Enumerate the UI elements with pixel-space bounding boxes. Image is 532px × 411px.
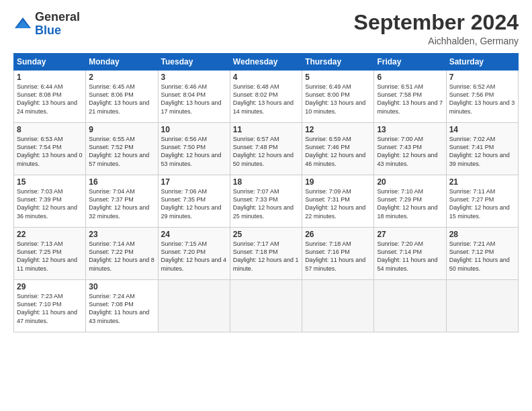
day-number: 15 (17, 177, 83, 187)
day-number: 18 (233, 177, 299, 187)
day-cell: 27Sunrise: 7:20 AM Sunset: 7:14 PM Dayli… (374, 228, 446, 280)
cell-details: Sunrise: 6:49 AM Sunset: 8:00 PM Dayligh… (305, 83, 371, 116)
day-number: 9 (89, 125, 154, 134)
header-row: SundayMondayTuesdayWednesdayThursdayFrid… (14, 54, 519, 71)
day-number: 11 (233, 125, 299, 134)
cell-details: Sunrise: 7:07 AM Sunset: 7:33 PM Dayligh… (233, 187, 299, 220)
cell-details: Sunrise: 7:11 AM Sunset: 7:27 PM Dayligh… (449, 187, 515, 220)
day-cell (302, 280, 374, 332)
day-number: 7 (449, 73, 515, 82)
day-cell: 25Sunrise: 7:17 AM Sunset: 7:18 PM Dayli… (230, 228, 302, 280)
day-number: 17 (161, 177, 227, 187)
cell-details: Sunrise: 6:52 AM Sunset: 7:56 PM Dayligh… (449, 83, 515, 116)
day-number: 2 (89, 73, 154, 82)
cell-details: Sunrise: 6:55 AM Sunset: 7:52 PM Dayligh… (89, 135, 154, 168)
day-cell: 18Sunrise: 7:07 AM Sunset: 7:33 PM Dayli… (230, 175, 302, 228)
week-row-2: 8Sunrise: 6:53 AM Sunset: 7:54 PM Daylig… (14, 123, 519, 175)
day-cell: 16Sunrise: 7:04 AM Sunset: 7:37 PM Dayli… (86, 175, 158, 228)
col-header-saturday: Saturday (446, 54, 518, 71)
cell-details: Sunrise: 6:57 AM Sunset: 7:48 PM Dayligh… (233, 135, 299, 168)
cell-details: Sunrise: 7:23 AM Sunset: 7:10 PM Dayligh… (17, 292, 83, 325)
cell-details: Sunrise: 6:56 AM Sunset: 7:50 PM Dayligh… (161, 135, 227, 168)
cell-details: Sunrise: 6:48 AM Sunset: 8:02 PM Dayligh… (233, 83, 299, 116)
week-row-5: 29Sunrise: 7:23 AM Sunset: 7:10 PM Dayli… (14, 280, 519, 332)
logo: General Blue (13, 11, 80, 38)
day-cell: 9Sunrise: 6:55 AM Sunset: 7:52 PM Daylig… (86, 123, 158, 175)
cell-details: Sunrise: 7:02 AM Sunset: 7:41 PM Dayligh… (449, 135, 515, 168)
day-cell: 23Sunrise: 7:14 AM Sunset: 7:22 PM Dayli… (86, 228, 158, 280)
day-cell: 3Sunrise: 6:46 AM Sunset: 8:04 PM Daylig… (158, 71, 230, 123)
calendar-page: General Blue September 2024 Aichhalden, … (0, 0, 532, 411)
col-header-sunday: Sunday (14, 54, 86, 71)
day-number: 6 (377, 73, 443, 82)
day-cell: 8Sunrise: 6:53 AM Sunset: 7:54 PM Daylig… (14, 123, 86, 175)
day-cell (446, 280, 518, 332)
cell-details: Sunrise: 7:14 AM Sunset: 7:22 PM Dayligh… (89, 240, 154, 273)
cell-details: Sunrise: 6:59 AM Sunset: 7:46 PM Dayligh… (305, 135, 371, 168)
day-number: 5 (305, 73, 371, 82)
col-header-friday: Friday (374, 54, 446, 71)
header: General Blue September 2024 Aichhalden, … (13, 11, 519, 46)
day-number: 12 (305, 125, 371, 134)
cell-details: Sunrise: 7:18 AM Sunset: 7:16 PM Dayligh… (305, 240, 371, 273)
day-number: 26 (305, 230, 371, 239)
day-cell: 15Sunrise: 7:03 AM Sunset: 7:39 PM Dayli… (14, 175, 86, 228)
day-cell: 19Sunrise: 7:09 AM Sunset: 7:31 PM Dayli… (302, 175, 374, 228)
logo-general-text: General (35, 10, 80, 24)
day-cell (230, 280, 302, 332)
calendar-table: SundayMondayTuesdayWednesdayThursdayFrid… (13, 53, 519, 332)
day-number: 30 (89, 282, 154, 291)
day-cell: 22Sunrise: 7:13 AM Sunset: 7:25 PM Dayli… (14, 228, 86, 280)
cell-details: Sunrise: 7:20 AM Sunset: 7:14 PM Dayligh… (377, 240, 443, 273)
col-header-thursday: Thursday (302, 54, 374, 71)
cell-details: Sunrise: 6:46 AM Sunset: 8:04 PM Dayligh… (161, 83, 227, 116)
day-cell (374, 280, 446, 332)
day-cell: 6Sunrise: 6:51 AM Sunset: 7:58 PM Daylig… (374, 71, 446, 123)
day-number: 21 (449, 177, 515, 187)
day-number: 28 (449, 230, 515, 239)
day-cell: 30Sunrise: 7:24 AM Sunset: 7:08 PM Dayli… (86, 280, 158, 332)
day-number: 22 (17, 230, 83, 239)
cell-details: Sunrise: 7:24 AM Sunset: 7:08 PM Dayligh… (89, 292, 154, 325)
day-cell: 29Sunrise: 7:23 AM Sunset: 7:10 PM Dayli… (14, 280, 86, 332)
day-cell: 11Sunrise: 6:57 AM Sunset: 7:48 PM Dayli… (230, 123, 302, 175)
day-cell: 10Sunrise: 6:56 AM Sunset: 7:50 PM Dayli… (158, 123, 230, 175)
day-cell: 5Sunrise: 6:49 AM Sunset: 8:00 PM Daylig… (302, 71, 374, 123)
day-number: 24 (161, 230, 227, 239)
cell-details: Sunrise: 7:13 AM Sunset: 7:25 PM Dayligh… (17, 240, 83, 273)
day-cell: 12Sunrise: 6:59 AM Sunset: 7:46 PM Dayli… (302, 123, 374, 175)
cell-details: Sunrise: 6:44 AM Sunset: 8:08 PM Dayligh… (17, 83, 83, 116)
cell-details: Sunrise: 7:10 AM Sunset: 7:29 PM Dayligh… (377, 187, 443, 220)
day-cell (158, 280, 230, 332)
day-number: 27 (377, 230, 443, 239)
day-cell: 28Sunrise: 7:21 AM Sunset: 7:12 PM Dayli… (446, 228, 518, 280)
day-number: 14 (449, 125, 515, 134)
cell-details: Sunrise: 7:09 AM Sunset: 7:31 PM Dayligh… (305, 187, 371, 220)
day-number: 25 (233, 230, 299, 239)
week-row-4: 22Sunrise: 7:13 AM Sunset: 7:25 PM Dayli… (14, 228, 519, 280)
day-number: 10 (161, 125, 227, 134)
day-cell: 13Sunrise: 7:00 AM Sunset: 7:43 PM Dayli… (374, 123, 446, 175)
location: Aichhalden, Germany (354, 36, 519, 46)
cell-details: Sunrise: 7:15 AM Sunset: 7:20 PM Dayligh… (161, 240, 227, 273)
cell-details: Sunrise: 6:53 AM Sunset: 7:54 PM Dayligh… (17, 135, 83, 168)
cell-details: Sunrise: 7:03 AM Sunset: 7:39 PM Dayligh… (17, 187, 83, 220)
month-title: September 2024 (354, 11, 519, 34)
cell-details: Sunrise: 7:06 AM Sunset: 7:35 PM Dayligh… (161, 187, 227, 220)
logo-blue-text: Blue (35, 24, 61, 37)
col-header-wednesday: Wednesday (230, 54, 302, 71)
day-number: 16 (89, 177, 154, 187)
day-number: 4 (233, 73, 299, 82)
day-number: 20 (377, 177, 443, 187)
logo-icon (13, 15, 32, 34)
day-cell: 20Sunrise: 7:10 AM Sunset: 7:29 PM Dayli… (374, 175, 446, 228)
day-number: 23 (89, 230, 154, 239)
col-header-tuesday: Tuesday (158, 54, 230, 71)
day-cell: 1Sunrise: 6:44 AM Sunset: 8:08 PM Daylig… (14, 71, 86, 123)
day-cell: 2Sunrise: 6:45 AM Sunset: 8:06 PM Daylig… (86, 71, 158, 123)
col-header-monday: Monday (86, 54, 158, 71)
cell-details: Sunrise: 7:04 AM Sunset: 7:37 PM Dayligh… (89, 187, 154, 220)
cell-details: Sunrise: 7:21 AM Sunset: 7:12 PM Dayligh… (449, 240, 515, 273)
day-cell: 4Sunrise: 6:48 AM Sunset: 8:02 PM Daylig… (230, 71, 302, 123)
cell-details: Sunrise: 7:00 AM Sunset: 7:43 PM Dayligh… (377, 135, 443, 168)
